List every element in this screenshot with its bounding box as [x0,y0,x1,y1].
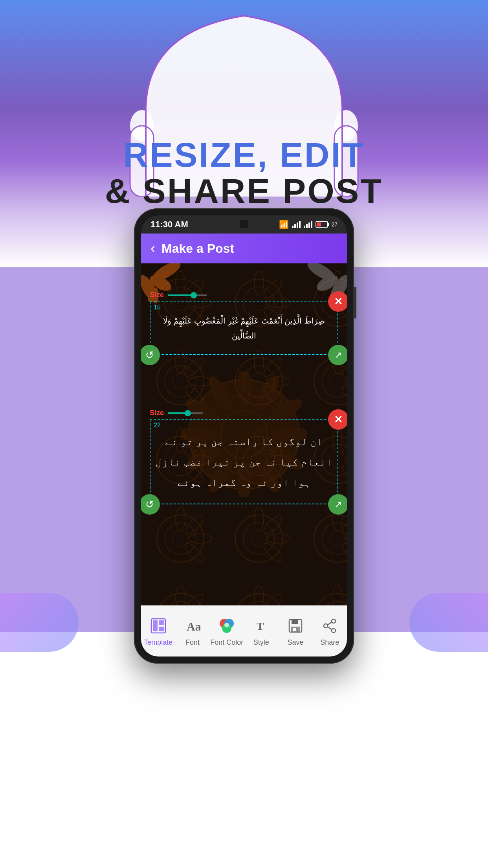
nav-label-template: Template [144,638,172,647]
style-icon: T [251,616,272,636]
svg-rect-47 [292,620,298,624]
svg-rect-39 [159,627,164,631]
urdu-text-2: ان لوگوں کا راستہ جن پر تو نے انعام کیا … [155,425,333,499]
headline-line1: RESIZE, EDIT [0,138,488,172]
signal-bars-2 [304,221,312,228]
signal-bar-1 [292,226,294,228]
text-box-2[interactable]: 22 ✕ ان لوگوں کا راستہ جن پر تو نے انعام… [150,419,338,504]
signal-bar-8 [311,221,312,228]
close-button-1[interactable]: ✕ [328,291,347,312]
resize-button-1[interactable]: ↗ [328,345,347,365]
template-icon [148,616,169,636]
battery-percent: 27 [331,221,338,228]
svg-point-44 [224,623,229,627]
size-label-1: Size [150,291,164,299]
phone-frame-container: 11:30 AM 📶 [134,208,354,664]
font-size-number-2: 22 [154,422,161,429]
status-bar: 11:30 AM 📶 [141,215,347,234]
nav-item-style[interactable]: T Style [244,616,278,647]
headline-area: RESIZE, EDIT & SHARE POST [0,138,488,210]
nav-item-fontcolor[interactable]: Font Color [210,616,244,647]
status-icons: 📶 27 [279,220,338,229]
signal-bar-3 [297,223,298,228]
signal-bar-4 [299,221,301,228]
svg-rect-38 [159,620,164,625]
bottom-navigation: Template Aa Font [141,605,347,657]
background-bottom [0,632,488,868]
signal-bar-2 [294,224,296,228]
size-slider-thumb-2[interactable] [185,410,191,416]
battery-fill [317,223,321,226]
svg-point-50 [332,619,336,623]
svg-point-51 [324,624,328,628]
signal-bars [292,221,301,228]
share-icon [319,616,340,636]
signal-bar-6 [306,224,308,228]
size-slider-fill-1 [168,294,191,296]
bg-deco-right [409,593,488,652]
save-icon [285,616,306,636]
nav-label-fontcolor: Font Color [210,638,243,647]
size-slider-fill-2 [168,412,185,414]
battery-icon [316,221,328,228]
nav-item-save[interactable]: Save [278,616,312,647]
text-box-1[interactable]: 15 ✕ صِرَاطَ الَّذِينَ أَنْعَمْتَ عَلَيْ… [150,302,338,355]
nav-label-font: Font [185,638,200,647]
nav-label-style: Style [253,638,269,647]
status-time: 11:30 AM [150,219,188,230]
size-slider-1[interactable] [168,294,207,296]
size-slider-2[interactable] [168,412,203,414]
arabic-text-1: صِرَاطَ الَّذِينَ أَنْعَمْتَ عَلَيْهِمْ … [155,307,333,349]
svg-rect-37 [153,620,158,631]
resize-button-2[interactable]: ↗ [328,494,347,515]
phone-frame: 11:30 AM 📶 [134,208,354,664]
svg-text:Aa: Aa [187,620,200,633]
size-control-1: Size [150,291,338,299]
app-title: Make a Post [161,241,234,256]
nav-item-template[interactable]: Template [141,616,175,647]
size-label-2: Size [150,409,164,417]
font-icon: Aa [182,616,203,636]
signal-bar-5 [304,226,305,228]
svg-line-54 [328,627,332,630]
nav-label-save: Save [287,638,303,647]
svg-point-52 [332,629,336,633]
back-button[interactable]: ‹ [150,240,155,257]
size-control-2: Size [150,409,338,417]
canvas-area[interactable]: Size 15 ✕ صِرَاطَ الَّذِينَ أَنْعَمْتَ ع… [141,263,347,605]
wifi-icon: 📶 [279,220,289,229]
phone-screen: 11:30 AM 📶 [141,215,347,657]
phone-side-button [354,287,356,318]
font-size-number-1: 15 [154,304,161,311]
nav-label-share: Share [320,638,339,647]
signal-bar-7 [308,223,310,228]
camera-notch [240,220,248,228]
size-slider-thumb-1[interactable] [191,292,197,298]
text-box-2-container[interactable]: Size 22 ✕ ان لوگوں کا راستہ جن پر تو نے … [150,409,338,504]
app-header: ‹ Make a Post [141,234,347,263]
color-icon [216,616,237,636]
nav-item-share[interactable]: Share [313,616,347,647]
close-button-2[interactable]: ✕ [328,409,347,430]
text-box-1-container[interactable]: Size 15 ✕ صِرَاطَ الَّذِينَ أَنْعَمْتَ ع… [150,291,338,355]
nav-item-font[interactable]: Aa Font [175,616,209,647]
svg-line-53 [328,622,332,625]
svg-rect-49 [293,628,296,631]
headline-line2: & SHARE POST [0,172,488,210]
svg-text:T: T [257,620,264,632]
bg-deco-left [0,593,79,652]
